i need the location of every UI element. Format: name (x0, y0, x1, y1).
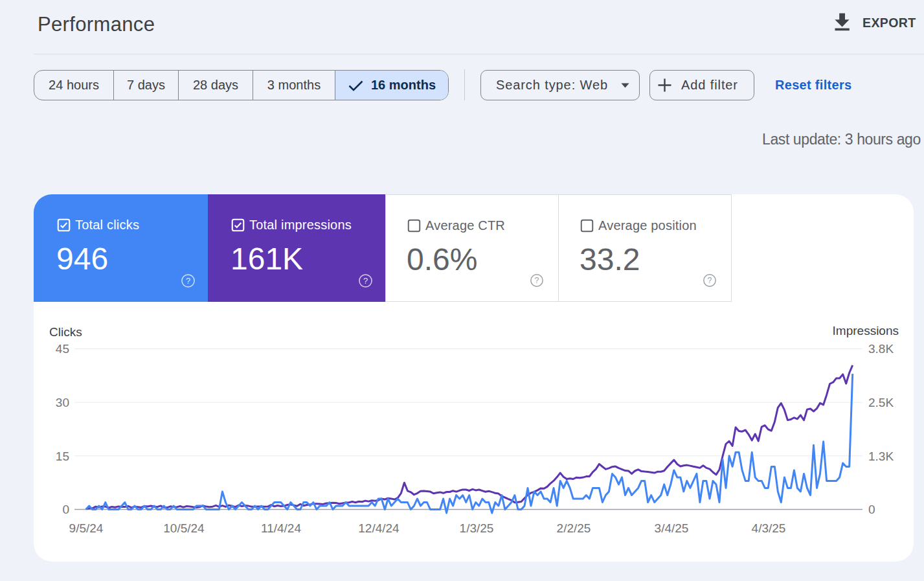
svg-text:45: 45 (56, 342, 69, 356)
svg-text:0: 0 (62, 503, 69, 516)
svg-text:?: ? (535, 276, 539, 285)
svg-text:3/4/25: 3/4/25 (655, 521, 689, 535)
svg-text:4/3/25: 4/3/25 (752, 521, 786, 535)
svg-text:12/4/24: 12/4/24 (358, 521, 400, 535)
svg-text:?: ? (708, 276, 712, 285)
svg-text:1.3K: 1.3K (868, 450, 894, 463)
svg-text:30: 30 (56, 396, 69, 409)
svg-text:Clicks: Clicks (49, 325, 82, 339)
svg-text:2/2/25: 2/2/25 (557, 521, 591, 535)
svg-text:3.8K: 3.8K (868, 342, 894, 356)
svg-text:Impressions: Impressions (833, 324, 899, 337)
svg-text:0: 0 (868, 503, 875, 516)
svg-text:11/4/24: 11/4/24 (261, 521, 301, 535)
svg-text:2.5K: 2.5K (868, 396, 894, 409)
svg-text:?: ? (363, 276, 368, 286)
svg-text:?: ? (186, 276, 190, 286)
svg-text:1/3/25: 1/3/25 (460, 521, 494, 535)
svg-text:9/5/24: 9/5/24 (69, 521, 104, 535)
svg-text:10/5/24: 10/5/24 (163, 521, 205, 535)
svg-text:15: 15 (56, 450, 69, 463)
